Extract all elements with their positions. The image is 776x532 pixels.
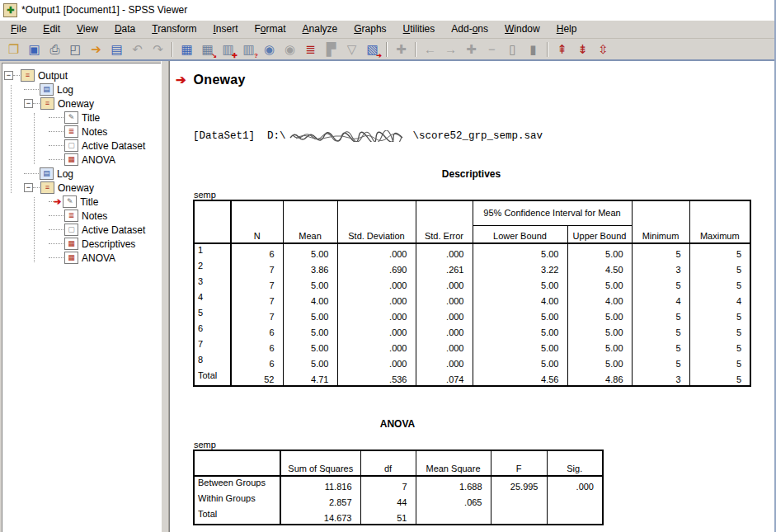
col-header-lower: Lower Bound	[473, 225, 567, 243]
descriptives-table[interactable]: N Mean Std. Deviation Std. Error 95% Con…	[193, 200, 751, 387]
outline-label[interactable]: Log	[57, 168, 77, 180]
print-button[interactable]: ⎙	[45, 40, 65, 58]
toolbar: ❐▣⎙◰➔▤↶↷▦▦↘▥✚▥?◉◉≣▛▽▧➔✚←→✚−▯▮⇞⇟⇳	[0, 39, 774, 61]
pane-splitter[interactable]	[161, 61, 169, 532]
outline-panel: −≡Output▤Log−≡Oneway✎Title≣Notes▢Active …	[2, 63, 161, 532]
outline-item-active-dataset[interactable]: ▢Active Dataset	[2, 223, 161, 237]
outline-label[interactable]: Active Dataset	[82, 140, 148, 152]
goto-data-icon: ▦	[181, 42, 192, 57]
outline-label[interactable]: Oneway	[58, 98, 97, 110]
find-button[interactable]: ◉	[259, 40, 280, 58]
outline-label[interactable]: Notes	[82, 210, 111, 222]
tree-connector	[49, 131, 63, 132]
outline-label[interactable]: Oneway	[58, 182, 97, 194]
outline-expand-icon: ⇟	[577, 42, 588, 57]
menu-add-ons[interactable]: Add-ons	[443, 21, 496, 37]
col-header-ss: Sum of Squares	[280, 450, 360, 476]
corner-cell	[194, 450, 280, 476]
row-label-cell: 5	[194, 307, 231, 322]
main-area: −≡Output▤Log−≡Oneway✎Title≣Notes▢Active …	[0, 61, 774, 532]
anova-table[interactable]: Sum of Squares df Mean Square F Sig. Bet…	[193, 450, 604, 525]
insert-text-button[interactable]: ▧➔	[362, 40, 383, 58]
value-cell: .074	[416, 370, 473, 386]
export-button[interactable]: ➔	[86, 40, 106, 58]
outline-item-active-dataset[interactable]: ▢Active Dataset	[2, 139, 161, 153]
menu-data[interactable]: Data	[106, 21, 143, 37]
table-row: 165.00.000.0005.005.0055	[194, 243, 750, 260]
dialog-recall-button[interactable]: ▤	[106, 40, 127, 58]
value-cell: 25.995	[491, 476, 547, 492]
menu-help[interactable]: Help	[548, 21, 586, 37]
outline-item-log[interactable]: ▤Log	[2, 82, 161, 97]
collapse-expander[interactable]: −	[24, 99, 33, 108]
log-text-prefix: [DataSet1] D:\	[193, 130, 286, 142]
outline-item-oneway[interactable]: −≡Oneway	[2, 181, 161, 195]
menu-edit[interactable]: Edit	[35, 21, 68, 37]
menu-transform[interactable]: Transform	[143, 21, 205, 37]
outline-label[interactable]: Title	[82, 112, 103, 124]
hide-icon: ▮	[529, 42, 536, 57]
outline-label[interactable]: Title	[80, 196, 101, 208]
outline-label[interactable]: Notes	[82, 126, 111, 138]
open-button[interactable]: ❐	[3, 40, 24, 58]
menu-window[interactable]: Window	[496, 21, 548, 37]
menu-graphs[interactable]: Graphs	[346, 21, 394, 37]
select-last-output-button[interactable]: ≣	[300, 40, 321, 58]
value-cell: 5.00	[283, 354, 337, 370]
outline-label[interactable]: Output	[38, 70, 71, 82]
promote-button: ←	[420, 40, 440, 58]
toolbar-separator	[415, 42, 416, 57]
outline-label[interactable]: Log	[57, 84, 77, 96]
value-cell: 6	[231, 354, 283, 370]
output-pane: ➔ Oneway [DataSet1] D:\ \score52_grp_sem…	[169, 61, 774, 532]
menu-insert[interactable]: Insert	[205, 21, 246, 37]
outline-item-title[interactable]: ➔✎Title	[2, 195, 161, 209]
collapse-expander[interactable]: −	[4, 71, 13, 80]
outline-label[interactable]: ANOVA	[82, 154, 119, 166]
menu-view[interactable]: View	[68, 21, 106, 37]
outline-item-log[interactable]: ▤Log	[2, 167, 161, 181]
row-label-cell: Within Groups	[194, 492, 280, 508]
insert-title-button: ▽	[341, 40, 362, 58]
value-cell: 44	[360, 492, 416, 508]
show-button[interactable]: ▯	[502, 40, 523, 58]
title-bar: ✚ *Output1 [Document1] - SPSS Viewer	[0, 0, 774, 20]
log-text[interactable]: [DataSet1] D:\ \score52_grp_semp.sav	[193, 130, 774, 142]
output-heading[interactable]: Oneway	[194, 73, 246, 87]
outline-item-anova[interactable]: ▦ANOVA	[2, 153, 161, 167]
outline-size-button[interactable]: ⇳	[593, 40, 614, 58]
outline-label[interactable]: Descriptives	[82, 238, 139, 250]
log-icon: ▤	[40, 167, 54, 180]
hide-button[interactable]: ▮	[523, 40, 543, 58]
log-text-suffix: \score52_grp_semp.sav	[413, 130, 543, 142]
outline-expand-button[interactable]: ⇟	[572, 40, 593, 58]
table-row: Total14.67351	[194, 508, 603, 525]
menu-analyze[interactable]: Analyze	[294, 21, 346, 37]
save-button[interactable]: ▣	[24, 40, 45, 58]
outline-item-title[interactable]: ✎Title	[2, 111, 161, 125]
outline-item-notes[interactable]: ≣Notes	[2, 125, 161, 139]
value-cell: 11.816	[280, 476, 360, 492]
menu-format[interactable]: Format	[247, 21, 294, 37]
col-header-sig: Sig.	[547, 450, 603, 476]
collapse-expander[interactable]: −	[24, 183, 33, 192]
goto-data-button[interactable]: ▦	[176, 40, 197, 58]
menu-file[interactable]: File	[2, 21, 35, 37]
print-preview-button[interactable]: ◰	[65, 40, 86, 58]
collapse-button: −	[482, 40, 502, 58]
value-cell: 14.673	[280, 508, 360, 525]
menu-utilities[interactable]: Utilities	[395, 21, 444, 37]
row-label-cell: 6	[194, 322, 231, 338]
outline-item-notes[interactable]: ≣Notes	[2, 209, 161, 223]
outline-label[interactable]: ANOVA	[82, 252, 119, 264]
variables-button[interactable]: ▥?	[238, 40, 259, 58]
outline-collapse-button[interactable]: ⇞	[552, 40, 572, 58]
goto-case-button[interactable]: ▦↘	[197, 40, 218, 58]
outline-item-anova[interactable]: ▦ANOVA	[2, 251, 161, 265]
col-header-n: N	[231, 200, 283, 243]
outline-item-descriptives[interactable]: ▦Descriptives	[2, 237, 161, 251]
outline-label[interactable]: Active Dataset	[82, 224, 148, 236]
insert-cases-button[interactable]: ▥✚	[218, 40, 238, 58]
outline-item-oneway[interactable]: −≡Oneway	[2, 97, 161, 111]
outline-item-output[interactable]: −≡Output	[2, 68, 161, 82]
